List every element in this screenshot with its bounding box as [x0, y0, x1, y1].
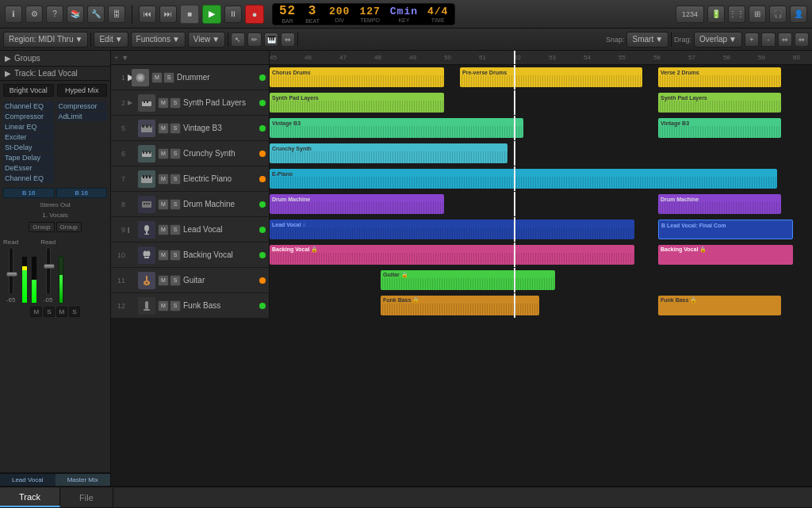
fader-thumb-2[interactable] — [44, 264, 55, 269]
zoom-h-in[interactable]: ⇔ — [778, 32, 792, 47]
solo-btn-2[interactable]: S — [170, 97, 181, 109]
insert-adlimit[interactable]: AdLimit — [57, 112, 108, 121]
mute-btn-5[interactable]: M — [158, 123, 169, 134]
solo-btn-1[interactable]: S — [163, 72, 174, 83]
list-item[interactable]: Lead Vocal ○ — [270, 220, 634, 239]
list-item[interactable]: Backing Vocal 🔒 — [658, 245, 793, 265]
settings-btn[interactable]: ⚙ — [25, 6, 43, 23]
fast-forward-btn[interactable]: ⏭ — [159, 6, 177, 23]
fader-thumb-1[interactable] — [6, 272, 17, 277]
mute-btn-10[interactable]: M — [158, 250, 169, 261]
track-content-9[interactable]: Lead Vocal ○ B Lead Vocal: Final Com — [270, 217, 812, 242]
snap-dropdown[interactable]: Smart ▼ — [626, 32, 668, 48]
mute-btn-9[interactable]: M — [158, 224, 169, 235]
insert-compressor[interactable]: Compressor — [57, 101, 108, 111]
list-item[interactable]: Crunchy Synth — [270, 143, 508, 163]
pause-btn[interactable]: ⏸ — [224, 6, 242, 23]
mute-btn-1[interactable]: M — [151, 72, 163, 83]
info-btn[interactable]: ℹ — [5, 6, 22, 23]
piano-tool[interactable]: 🎹 — [264, 32, 278, 47]
list-item[interactable]: Guitar 🔒 — [381, 270, 555, 290]
view-list-btn[interactable]: ⋮⋮ — [728, 6, 745, 23]
list-item[interactable]: Funk Bass 🔒 — [381, 296, 539, 315]
list-item[interactable]: Funk Bass 🔒 — [658, 296, 781, 315]
track-content-10[interactable]: Backing Vocal 🔒 Backing Vocal 🔒 — [270, 243, 812, 267]
list-item[interactable]: Verse 2 Drums — [658, 67, 781, 87]
view-dropdown[interactable]: View ▼ — [188, 32, 225, 48]
track-content-2[interactable]: Synth Pad Layers Synth Pad Layers — [270, 90, 812, 115]
plugin-deesser[interactable]: DeEsser — [3, 163, 54, 173]
list-item[interactable]: Drum Machine — [270, 194, 444, 214]
plugin-exciter[interactable]: Exciter — [3, 132, 54, 142]
region-dropdown[interactable]: Region: MIDI Thru ▼ — [3, 32, 88, 48]
zoom-out-btn[interactable]: - — [761, 32, 776, 47]
drag-dropdown[interactable]: Overlap ▼ — [694, 32, 742, 48]
group-btn2[interactable]: Group — [56, 222, 82, 232]
solo-btn-5[interactable]: S — [170, 123, 181, 134]
groups-header[interactable]: ▶ Groups — [0, 51, 110, 67]
tab-file[interactable]: File — [60, 487, 113, 507]
list-item[interactable]: B Lead Vocal: Final Com — [658, 220, 793, 239]
solo-btn-9[interactable]: S — [170, 224, 181, 235]
zoom-h-out[interactable]: ⇔ — [795, 32, 809, 47]
solo-btn-12[interactable]: S — [170, 300, 181, 311]
help-btn[interactable]: ? — [46, 6, 63, 23]
list-item[interactable]: Drum Machine — [658, 194, 781, 214]
expand-2[interactable]: ▶ — [128, 99, 136, 106]
fader-track-2[interactable] — [46, 247, 51, 295]
track-content-11[interactable]: Guitar 🔒 — [270, 268, 812, 292]
edit-dropdown[interactable]: Edit ▼ — [94, 32, 128, 48]
plugin-linear-eq[interactable]: Linear EQ — [3, 122, 54, 132]
track-content-12[interactable]: Funk Bass 🔒 Funk Bass 🔒 — [270, 293, 812, 318]
mute-btn-7[interactable]: M — [158, 174, 169, 185]
mute-btn-2[interactable]: M — [158, 97, 169, 109]
plugin-channel-eq2[interactable]: Channel EQ — [3, 174, 54, 183]
bus-1[interactable]: B 16 — [3, 188, 55, 198]
rewind-btn[interactable]: ⏮ — [139, 6, 156, 23]
mute-btn-12[interactable]: M — [158, 300, 169, 311]
bottom-channel-1[interactable]: Lead Vocal — [0, 473, 56, 486]
list-item[interactable]: Chorus Drums — [270, 67, 444, 87]
solo-btn-7[interactable]: S — [170, 174, 181, 185]
headphones-btn[interactable]: 🎧 — [769, 6, 787, 23]
bus-2[interactable]: B 16 — [56, 188, 108, 198]
mute-btn-6[interactable]: M — [158, 148, 169, 159]
list-item[interactable]: Backing Vocal 🔒 — [270, 245, 634, 265]
mute-btn-8[interactable]: M — [158, 199, 169, 210]
list-item[interactable]: Pre-verse Drums — [460, 67, 642, 87]
inspector-btn[interactable]: 🔧 — [87, 6, 105, 23]
solo-btn-8[interactable]: S — [170, 199, 181, 210]
track-content-1[interactable]: Chorus Drums Pre-verse Drums Verse 2 Dru… — [270, 65, 812, 90]
view-grid-btn[interactable]: ⊞ — [749, 6, 766, 23]
flex-tool[interactable]: ⇔ — [281, 32, 295, 47]
track-content-6[interactable]: Crunchy Synth — [270, 141, 812, 166]
list-item[interactable]: E-Piano — [270, 169, 777, 189]
zoom-in-btn[interactable]: + — [745, 32, 759, 47]
track-content-5[interactable]: Vintage B3 Vintage B3 — [270, 116, 812, 140]
plugin-tape-delay[interactable]: Tape Delay — [3, 153, 54, 162]
expand-arrow-1[interactable]: ▶ — [128, 65, 129, 90]
record-btn[interactable]: ● — [245, 5, 264, 24]
plugin-channel-eq[interactable]: Channel EQ — [3, 101, 54, 111]
track-content-8[interactable]: Drum Machine Drum Machine — [270, 192, 812, 216]
plugin-compressor[interactable]: Compressor — [3, 112, 54, 121]
fader-track-1[interactable] — [9, 247, 13, 295]
track-content-7[interactable]: E-Piano — [270, 166, 812, 191]
bottom-channel-2[interactable]: Master Mix — [56, 473, 111, 486]
mute-btn-11[interactable]: M — [158, 275, 169, 286]
play-btn[interactable]: ▶ — [202, 5, 221, 24]
library-btn[interactable]: 📚 — [67, 6, 84, 23]
mixer-btn[interactable]: 🎛 — [108, 6, 125, 23]
tab-track[interactable]: Track — [0, 487, 60, 507]
add-track-btn[interactable]: + — [114, 54, 118, 62]
pencil-tool[interactable]: ✏ — [247, 32, 262, 47]
plugin-st-delay[interactable]: St-Delay — [3, 143, 54, 152]
stop-btn[interactable]: ■ — [180, 5, 199, 24]
functions-dropdown[interactable]: Functions ▼ — [131, 32, 186, 48]
list-item[interactable]: Synth Pad Layers — [270, 93, 444, 113]
list-item[interactable]: Synth Pad Layers — [658, 93, 781, 113]
solo-btn-6[interactable]: S — [170, 148, 181, 159]
list-item[interactable]: Vintage B3 — [270, 118, 523, 138]
list-item[interactable]: Vintage B3 — [658, 118, 781, 138]
group-btn[interactable]: Group — [29, 222, 54, 232]
